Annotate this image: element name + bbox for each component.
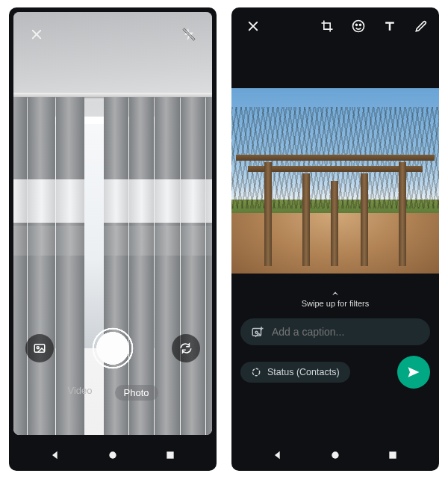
send-button[interactable] — [397, 356, 430, 389]
emoji-icon[interactable] — [348, 16, 369, 37]
svg-point-13 — [356, 24, 358, 25]
caption-row — [240, 318, 430, 345]
crop-rotate-icon[interactable] — [317, 16, 337, 37]
add-photo-icon[interactable] — [251, 325, 264, 339]
svg-point-16 — [255, 331, 258, 333]
android-nav-bar — [9, 439, 217, 471]
audience-pill[interactable]: Status (Contacts) — [240, 362, 350, 383]
svg-point-14 — [360, 24, 361, 25]
nav-recent-icon[interactable] — [382, 444, 404, 466]
camera-screen: Video Photo — [9, 7, 217, 471]
shutter-button[interactable] — [89, 324, 137, 372]
svg-point-8 — [109, 451, 116, 458]
viewfinder: Video Photo — [13, 12, 212, 435]
svg-point-19 — [252, 368, 259, 375]
close-icon[interactable] — [242, 15, 264, 37]
audience-label: Status (Contacts) — [267, 367, 340, 377]
svg-point-6 — [37, 347, 39, 349]
mode-video[interactable]: Video — [68, 385, 93, 401]
nav-back-icon[interactable] — [267, 444, 289, 466]
svg-marker-20 — [275, 451, 280, 460]
chevron-up-icon — [330, 290, 340, 297]
gallery-button[interactable] — [25, 334, 54, 362]
mode-selector: Video Photo — [13, 385, 212, 401]
nav-recent-icon[interactable] — [159, 444, 181, 466]
nav-home-icon[interactable] — [102, 444, 124, 466]
flash-off-icon[interactable] — [178, 23, 200, 46]
switch-camera-button[interactable] — [172, 334, 200, 362]
photo-preview[interactable] — [231, 88, 439, 274]
svg-marker-7 — [52, 451, 57, 460]
swipe-hint[interactable]: Swipe up for filters — [231, 290, 439, 308]
svg-point-12 — [353, 21, 364, 32]
close-icon[interactable] — [25, 23, 48, 46]
text-icon[interactable] — [379, 16, 400, 37]
svg-rect-9 — [167, 451, 173, 458]
svg-point-21 — [332, 451, 338, 458]
send-icon — [406, 365, 421, 380]
draw-icon[interactable] — [411, 16, 432, 37]
nav-home-icon[interactable] — [324, 444, 346, 466]
mode-photo[interactable]: Photo — [115, 385, 158, 401]
status-ring-icon — [251, 367, 261, 377]
caption-input[interactable] — [272, 326, 420, 338]
svg-rect-22 — [389, 451, 396, 458]
android-nav-bar — [231, 439, 439, 471]
swipe-hint-label: Swipe up for filters — [302, 299, 369, 308]
nav-back-icon[interactable] — [44, 444, 66, 466]
editor-screen: Swipe up for filters Status (Contacts) — [231, 7, 439, 471]
